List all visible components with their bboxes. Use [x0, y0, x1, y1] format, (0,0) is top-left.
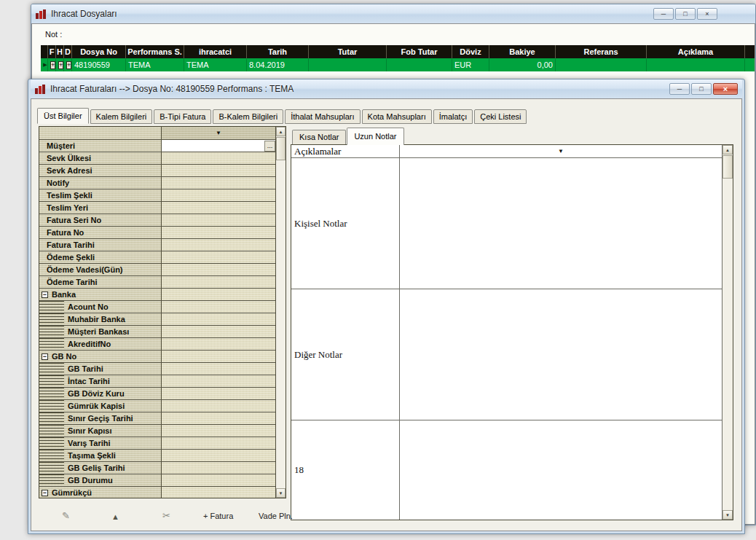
form-row-value-cell[interactable]: ...	[162, 400, 275, 412]
header-fob-tutar[interactable]: Fob Tutar	[387, 45, 452, 58]
scroll-up-button[interactable]: ▲	[722, 145, 733, 154]
edit-icon[interactable]: ✎	[62, 510, 70, 521]
up-arrow-icon[interactable]: ▲	[111, 512, 119, 521]
notes-tab[interactable]: Kısa Notlar	[292, 130, 346, 144]
header-h[interactable]: H	[56, 45, 64, 58]
notes-scrollbar[interactable]: ▲ ▼	[722, 145, 733, 520]
scroll-thumb[interactable]	[276, 137, 286, 160]
maximize-button[interactable]: □	[675, 8, 696, 20]
add-fatura-button[interactable]: + Fatura	[203, 512, 233, 520]
header-tutar[interactable]: Tutar	[309, 45, 387, 58]
form-row-value-cell[interactable]: ...	[162, 326, 275, 338]
note-row-text-area[interactable]	[400, 158, 722, 289]
notes-tab[interactable]: Uzun Notlar	[347, 128, 403, 145]
collapse-icon[interactable]: −	[42, 353, 48, 360]
header-d[interactable]: D	[64, 45, 72, 58]
expand-icon[interactable]: +	[58, 61, 63, 69]
fg-titlebar[interactable]: Ihracat Faturaları --> Dosya No: 4819055…	[31, 79, 742, 98]
form-row-value-cell[interactable]: ...	[162, 450, 275, 462]
form-row-value-cell[interactable]: ...	[162, 177, 275, 189]
main-tab[interactable]: Üst Bilgiler	[37, 108, 89, 124]
form-row-value-cell[interactable]: ...	[162, 375, 275, 388]
form-row-value-cell[interactable]: ...	[162, 227, 275, 239]
form-value-input[interactable]	[162, 141, 264, 152]
form-row-value-cell[interactable]: ...	[162, 202, 275, 214]
form-row-value-cell[interactable]: ...	[162, 239, 275, 251]
bg-titlebar[interactable]: Ihracat Dosyaları ─ □ ×	[31, 4, 755, 23]
header-f[interactable]: F	[48, 45, 56, 58]
form-row-value-cell[interactable]: ...	[162, 301, 275, 313]
scroll-thumb[interactable]	[722, 155, 733, 179]
main-tab[interactable]: Kota Mahsupları	[362, 109, 432, 124]
header-performans[interactable]: Performans S.	[126, 45, 184, 58]
form-row-value-cell[interactable]: ...	[162, 412, 275, 425]
header-bakiye[interactable]: Bakiye	[489, 45, 556, 58]
dropdown-icon[interactable]: ▼	[216, 130, 221, 136]
collapse-icon[interactable]: −	[42, 490, 48, 496]
form-row-value-cell[interactable]: ...	[162, 214, 275, 227]
header-doviz[interactable]: Döviz	[452, 45, 489, 58]
form-scrollbar[interactable]: ▲ ▼	[275, 127, 286, 498]
form-row: − Sevk Adresi ...	[39, 165, 275, 177]
scroll-up-button[interactable]: ▲	[276, 127, 286, 136]
form-row: − GB Geliş Tarihi ...	[39, 462, 275, 474]
form-row-value-cell[interactable]: ...	[162, 152, 275, 165]
form-row-value-cell[interactable]: ...	[162, 165, 275, 177]
form-row-value-cell[interactable]: ...	[162, 462, 275, 474]
main-tab[interactable]: B-Tipi Fatura	[154, 109, 211, 124]
form-row-value-cell[interactable]: ...	[162, 140, 275, 152]
form-row-value-cell[interactable]: ...	[162, 351, 275, 363]
notes-header-label[interactable]: Açıklamalar	[291, 145, 400, 157]
main-tab[interactable]: İmalatçı	[433, 109, 473, 124]
form-row-value-cell[interactable]: ...	[162, 487, 275, 498]
form-row: − Taşıma Şekli ...	[39, 450, 275, 462]
browse-button[interactable]: ...	[264, 141, 275, 152]
note-row-text-area[interactable]	[400, 289, 722, 420]
form-row-label: Ödeme Vadesi(Gün)	[47, 265, 123, 274]
form-row-value-cell[interactable]: ...	[162, 313, 275, 326]
form-grid-header-value[interactable]: ▼	[162, 127, 275, 139]
vade-plan-button[interactable]: Vade Pln.	[259, 512, 293, 520]
form-row-value-cell[interactable]: ...	[162, 338, 275, 351]
close-button[interactable]: ×	[697, 8, 717, 20]
form-row-label: GB No	[52, 352, 76, 361]
minimize-button[interactable]: ─	[669, 83, 690, 95]
form-row-value-cell[interactable]: ...	[162, 264, 275, 276]
form-row: − AkreditifNo ...	[39, 338, 275, 351]
form-row-value-cell[interactable]: ...	[162, 276, 275, 289]
form-row-value-cell[interactable]: ...	[162, 425, 275, 437]
main-tab[interactable]: Çeki Listesi	[474, 109, 527, 124]
scroll-up-icon: ▲	[279, 130, 283, 134]
scroll-track[interactable]	[276, 136, 286, 488]
header-referans[interactable]: Referans	[556, 45, 647, 58]
header-tarih[interactable]: Tarih	[247, 45, 309, 58]
header-dosya-no[interactable]: Dosya No	[72, 45, 126, 58]
dosya-table-row-selected[interactable]: ▶ + + + 48190559 TEMA TEMA 8.04.2019 EUR…	[41, 58, 755, 71]
form-row-label-cell: − Müşteri Bankası	[39, 326, 162, 338]
cut-icon[interactable]: ✂	[162, 510, 170, 521]
form-row-value-cell[interactable]: ...	[162, 474, 275, 487]
main-tab[interactable]: B-Kalem Bilgileri	[213, 109, 283, 124]
form-row-label: İntac Tarihi	[68, 377, 110, 386]
header-ihracatci[interactable]: ihracatci	[184, 45, 247, 58]
minimize-button[interactable]: ─	[653, 8, 674, 20]
form-row-value-cell[interactable]: ...	[162, 289, 275, 301]
form-row-value-cell[interactable]: ...	[162, 388, 275, 400]
expand-icon[interactable]: +	[66, 61, 71, 69]
not-label: Not :	[45, 30, 755, 39]
header-aciklama[interactable]: Açıklama	[647, 45, 745, 58]
main-tab[interactable]: İthalat Mahsupları	[285, 109, 360, 124]
close-button[interactable]: ×	[713, 83, 738, 95]
form-row-value-cell[interactable]: ...	[162, 437, 275, 450]
notes-header-value[interactable]: ▼	[400, 145, 722, 157]
main-tab[interactable]: Kalem Bilgileri	[90, 109, 153, 124]
expand-icon[interactable]: +	[50, 61, 55, 69]
scroll-down-button[interactable]: ▼	[276, 488, 286, 498]
collapse-icon[interactable]: −	[42, 291, 48, 298]
scroll-track[interactable]	[722, 154, 733, 510]
form-row-value-cell[interactable]: ...	[162, 189, 275, 202]
form-row-value-cell[interactable]: ...	[162, 251, 275, 264]
form-row-value-cell[interactable]: ...	[162, 363, 275, 375]
maximize-button[interactable]: □	[691, 83, 712, 95]
dropdown-icon[interactable]: ▼	[558, 148, 564, 154]
